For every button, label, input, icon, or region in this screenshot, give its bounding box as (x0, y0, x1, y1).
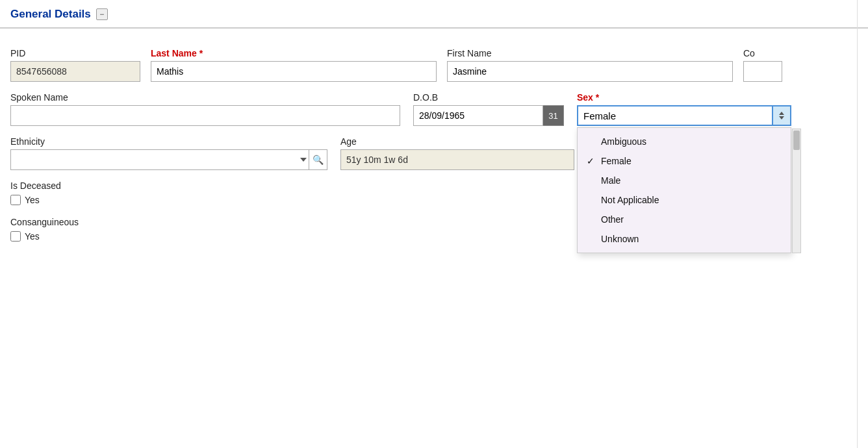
dob-group: D.O.B 31 (413, 92, 564, 126)
row-1: PID Last Name * First Name Co (10, 48, 858, 82)
form-area: PID Last Name * First Name Co (0, 29, 868, 242)
dropdown-scrollbar[interactable] (792, 129, 801, 253)
spoken-name-label: Spoken Name (10, 92, 400, 103)
dob-wrapper: 31 (413, 105, 564, 126)
sex-label: Sex * (577, 92, 791, 103)
arrow-down-icon (779, 116, 784, 119)
age-group: Age (340, 136, 574, 170)
consanguineous-checkbox[interactable] (10, 231, 21, 242)
sex-option-other[interactable]: Other (578, 210, 791, 229)
co-group: Co (743, 48, 782, 82)
right-border (857, 0, 858, 448)
sex-option-unknown[interactable]: Unknown (578, 229, 791, 249)
sex-select[interactable] (577, 105, 773, 126)
section-header: General Details − (0, 0, 868, 28)
first-name-label: First Name (447, 48, 733, 58)
last-name-input[interactable] (151, 61, 437, 82)
search-icon: 🔍 (313, 155, 324, 165)
row-2: Spoken Name D.O.B 31 Sex * (10, 92, 858, 126)
first-name-group: First Name (447, 48, 733, 82)
sex-option-ambiguous[interactable]: Ambiguous (578, 132, 791, 151)
pid-input[interactable] (10, 61, 140, 82)
co-label: Co (743, 48, 782, 58)
sex-dropdown-list: AmbiguousFemaleMaleNot ApplicableOtherUn… (577, 127, 791, 253)
last-name-label: Last Name * (151, 48, 437, 58)
ethnicity-group: Ethnicity 🔍 (10, 136, 327, 170)
sex-option-not-applicable[interactable]: Not Applicable (578, 190, 791, 210)
scrollbar-thumb (793, 131, 800, 150)
age-label: Age (340, 136, 574, 147)
pid-group: PID (10, 48, 140, 82)
sex-group: Sex * AmbiguousFemaleMaleNot ApplicableO… (577, 92, 791, 126)
is-deceased-checkbox[interactable] (10, 195, 21, 205)
collapse-button[interactable]: − (96, 8, 108, 20)
pid-label: PID (10, 48, 140, 58)
ethnicity-search-button[interactable]: 🔍 (309, 149, 327, 170)
age-input (340, 149, 574, 170)
co-input[interactable] (743, 61, 782, 82)
calendar-button[interactable]: 31 (543, 105, 564, 126)
ethnicity-select-wrapper: 🔍 (10, 149, 327, 170)
ethnicity-label: Ethnicity (10, 136, 327, 147)
dob-input[interactable] (413, 105, 543, 126)
spoken-name-group: Spoken Name (10, 92, 400, 126)
page-wrapper: General Details − PID Last Name * First … (0, 0, 868, 448)
arrow-up-icon (779, 112, 784, 115)
calendar-icon: 31 (548, 111, 557, 121)
dob-label: D.O.B (413, 92, 564, 103)
sex-select-wrapper: AmbiguousFemaleMaleNot ApplicableOtherUn… (577, 105, 791, 126)
spoken-name-input[interactable] (10, 105, 400, 126)
first-name-input[interactable] (447, 61, 733, 82)
consanguineous-checkbox-label: Yes (25, 231, 40, 242)
sex-option-female[interactable]: Female (578, 151, 791, 171)
is-deceased-checkbox-label: Yes (25, 195, 40, 205)
section-title: General Details (10, 8, 91, 21)
last-name-group: Last Name * (151, 48, 437, 82)
sex-dropdown-arrow[interactable] (773, 105, 791, 126)
ethnicity-select[interactable] (10, 149, 309, 170)
sex-option-male[interactable]: Male (578, 171, 791, 190)
